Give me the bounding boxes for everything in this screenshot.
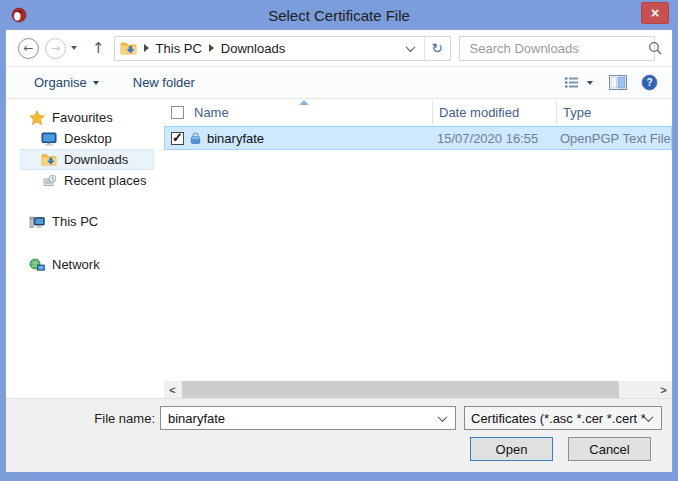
open-button[interactable]: Open <box>470 437 553 461</box>
address-dropdown-icon[interactable] <box>405 42 415 52</box>
refresh-icon: ↻ <box>431 40 443 56</box>
sidebar-item-label: Network <box>52 257 100 272</box>
network-icon <box>29 258 45 272</box>
up-icon: ↑ <box>92 39 105 57</box>
file-list-pane: Name Date modified Type <box>164 99 672 398</box>
organise-button[interactable]: Organise <box>34 75 99 90</box>
sidebar-item-label: Favourites <box>52 110 113 125</box>
file-name-combobox <box>160 406 456 430</box>
column-headers: Name Date modified Type <box>164 99 672 126</box>
dialog-body: ← → ↑ This PC Downloa <box>6 30 672 472</box>
sidebar-item-recent-places[interactable]: Recent places <box>20 170 154 191</box>
monitor-icon <box>41 132 57 146</box>
search-icon <box>648 41 662 55</box>
sidebar-item-desktop[interactable]: Desktop <box>20 128 154 149</box>
cancel-button-label: Cancel <box>589 442 629 457</box>
file-type: OpenPGP Text File <box>555 131 665 146</box>
file-type-value: Certificates (*.asc *.cer *.cert *.c <box>465 411 645 426</box>
column-header-name[interactable]: Name <box>164 99 432 126</box>
sidebar-item-label: This PC <box>52 214 98 229</box>
breadcrumb-this-pc[interactable]: This PC <box>156 41 202 56</box>
svg-text:?: ? <box>646 77 652 88</box>
new-folder-label: New folder <box>133 75 195 90</box>
back-icon: ← <box>23 41 33 55</box>
refresh-button[interactable]: ↻ <box>425 40 450 56</box>
dialog-title: Select Certificate File <box>0 7 678 24</box>
command-bar: Organise New folder <box>6 66 672 99</box>
up-button[interactable]: ↑ <box>92 39 105 57</box>
open-button-label: Open <box>496 442 528 457</box>
recent-places-icon <box>41 174 57 188</box>
close-icon: × <box>651 5 659 21</box>
file-type-dropdown-icon <box>644 412 654 422</box>
star-icon <box>29 110 45 125</box>
file-type-select[interactable]: Certificates (*.asc *.cer *.cert *.c <box>464 406 662 430</box>
dialog-footer: File name: Certificates (*.asc *.cer *.c… <box>6 398 672 472</box>
breadcrumb-downloads[interactable]: Downloads <box>221 41 285 56</box>
navigation-bar: ← → ↑ This PC Downloa <box>6 30 672 66</box>
new-folder-button[interactable]: New folder <box>133 75 195 90</box>
folder-icon <box>120 41 137 55</box>
sidebar-item-this-pc[interactable]: This PC <box>20 211 154 232</box>
computer-icon <box>29 215 45 229</box>
search-box <box>459 36 655 61</box>
content-area: Favourites Desktop <box>6 99 672 398</box>
column-label: Type <box>563 105 591 120</box>
pgp-lock-icon <box>190 131 201 145</box>
search-input[interactable] <box>468 40 648 57</box>
file-row-binaryfate[interactable]: binaryfate 15/07/2020 16:55 OpenPGP Text… <box>164 126 672 150</box>
column-header-type[interactable]: Type <box>557 99 672 126</box>
folder-download-icon <box>41 153 57 166</box>
horizontal-scrollbar[interactable]: < > <box>164 381 672 398</box>
file-name: binaryfate <box>207 131 264 146</box>
preview-pane-icon[interactable] <box>609 75 627 90</box>
view-details-icon[interactable] <box>564 76 579 89</box>
column-header-date-modified[interactable]: Date modified <box>433 99 556 126</box>
help-icon[interactable]: ? <box>641 74 658 91</box>
scroll-left-icon[interactable]: < <box>164 384 181 396</box>
sidebar-item-label: Downloads <box>64 152 128 167</box>
breadcrumb-chevron-icon <box>144 44 149 52</box>
file-name-label: File name: <box>6 411 155 426</box>
scrollbar-thumb[interactable] <box>182 381 619 398</box>
sidebar-item-label: Recent places <box>64 173 146 188</box>
sidebar: Favourites Desktop <box>6 99 164 398</box>
forward-button[interactable]: → <box>45 38 66 59</box>
sidebar-item-downloads[interactable]: Downloads <box>20 149 154 170</box>
sidebar-item-favourites[interactable]: Favourites <box>20 107 154 128</box>
select-all-checkbox[interactable] <box>171 106 184 119</box>
column-label: Name <box>194 105 229 120</box>
back-button[interactable]: ← <box>18 38 39 59</box>
sort-ascending-icon <box>299 100 309 105</box>
forward-icon: → <box>50 41 60 55</box>
column-label: Date modified <box>439 105 519 120</box>
titlebar: Select Certificate File × <box>0 0 678 30</box>
close-button[interactable]: × <box>641 2 669 24</box>
view-dropdown-icon[interactable] <box>587 81 593 85</box>
breadcrumb-chevron-icon <box>209 44 214 52</box>
address-bar[interactable]: This PC Downloads ↻ <box>114 36 451 61</box>
organise-label: Organise <box>34 75 87 90</box>
file-checkbox[interactable] <box>171 132 184 145</box>
sidebar-item-network[interactable]: Network <box>20 254 154 275</box>
file-name-dropdown-icon[interactable] <box>438 412 448 422</box>
file-name-input[interactable] <box>161 411 439 426</box>
file-date-modified: 15/07/2020 16:55 <box>432 131 555 146</box>
cancel-button[interactable]: Cancel <box>568 437 651 461</box>
sidebar-item-label: Desktop <box>64 131 112 146</box>
organise-caret-icon <box>93 81 99 85</box>
scroll-right-icon[interactable]: > <box>655 384 672 396</box>
select-certificate-dialog: Select Certificate File × ← → ↑ <box>0 0 678 481</box>
history-dropdown-icon[interactable] <box>71 46 77 50</box>
